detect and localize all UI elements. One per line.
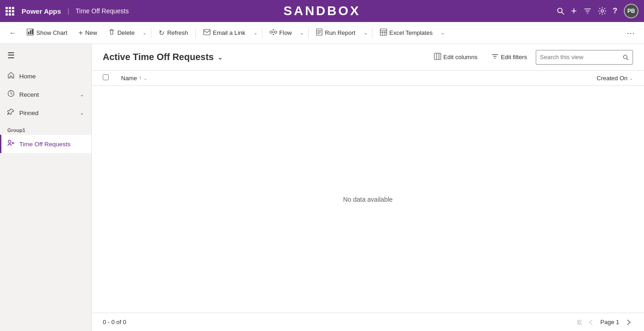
waffle-menu-icon[interactable] xyxy=(6,7,14,16)
avatar[interactable]: PB xyxy=(624,4,638,18)
delete-icon xyxy=(108,28,115,37)
view-header: Active Time Off Requests ⌄ Edit columns xyxy=(92,44,644,71)
sidebar-pinned-label: Pinned xyxy=(19,110,39,116)
home-icon xyxy=(7,72,15,81)
active-title-text: Active Time Off Requests xyxy=(103,52,214,62)
svg-rect-4 xyxy=(28,32,29,34)
view-title-chevron-icon[interactable]: ⌄ xyxy=(217,54,223,61)
flow-button[interactable]: Flow xyxy=(265,26,296,40)
separator-3 xyxy=(262,28,262,39)
sidebar-item-pinned[interactable]: Pinned ⌄ xyxy=(0,104,91,122)
top-navigation-bar: Power Apps | Time Off Requests SANDBOX +… xyxy=(0,0,644,22)
edit-filters-icon xyxy=(491,53,499,61)
new-button[interactable]: + New xyxy=(74,26,102,40)
svg-rect-5 xyxy=(30,30,31,34)
svg-rect-6 xyxy=(32,29,33,34)
sidebar-item-recent[interactable]: Recent ⌄ xyxy=(0,85,91,104)
email-chevron[interactable]: ⌄ xyxy=(252,28,259,38)
app-name-label: Power Apps xyxy=(22,7,61,15)
search-input[interactable] xyxy=(536,54,619,61)
excel-templates-button[interactable]: Excel Templates xyxy=(375,26,437,40)
sidebar-hamburger[interactable]: ☰ xyxy=(0,44,91,67)
search-button[interactable] xyxy=(619,50,633,64)
email-link-label: Email a Link xyxy=(213,29,245,36)
run-report-label: Run Report xyxy=(325,29,355,36)
more-options-button[interactable]: ⋯ xyxy=(623,26,638,40)
help-icon[interactable]: ? xyxy=(613,6,617,16)
table-body: No data available xyxy=(92,86,644,313)
sidebar-item-home[interactable]: Home xyxy=(0,67,91,85)
svg-point-9 xyxy=(274,31,277,33)
content-footer: 0 - 0 of 0 Page 1 xyxy=(92,313,644,331)
show-chart-button[interactable]: Show Chart xyxy=(22,26,72,40)
add-icon[interactable]: + xyxy=(571,5,577,17)
sidebar-home-label: Home xyxy=(19,73,36,80)
command-bar: ← Show Chart + New Delete ⌄ ↻ Refresh xyxy=(0,22,644,44)
recent-icon xyxy=(7,90,15,99)
email-icon xyxy=(203,29,211,37)
svg-rect-14 xyxy=(380,29,387,35)
email-link-button[interactable]: Email a Link xyxy=(199,26,250,39)
sort-chevron-icon: ⌄ xyxy=(144,76,147,81)
column-created-label: Created On xyxy=(597,75,627,82)
sidebar-recent-label: Recent xyxy=(19,91,39,98)
first-page-button[interactable] xyxy=(575,318,585,326)
column-header-created[interactable]: Created On ⌄ xyxy=(597,75,633,82)
flow-chevron[interactable]: ⌄ xyxy=(298,28,305,38)
pin-icon xyxy=(7,108,15,117)
sidebar-item-time-off-requests[interactable]: Time Off Requests xyxy=(0,135,91,153)
table-header: Name ↑ ⌄ Created On ⌄ xyxy=(92,71,644,86)
time-off-icon xyxy=(7,139,15,149)
svg-point-20 xyxy=(8,140,11,143)
back-button[interactable]: ← xyxy=(6,26,20,40)
column-header-name[interactable]: Name ↑ ⌄ xyxy=(121,75,305,82)
search-box xyxy=(536,50,633,65)
select-all-checkbox[interactable] xyxy=(103,74,109,80)
pinned-chevron-icon: ⌄ xyxy=(80,110,84,116)
sandbox-label: SANDBOX xyxy=(283,4,361,18)
svg-line-25 xyxy=(627,58,628,60)
top-bar-left: Power Apps | Time Off Requests xyxy=(6,7,129,16)
table-area: Name ↑ ⌄ Created On ⌄ No data available xyxy=(92,71,644,313)
top-bar-right: + ? PB xyxy=(556,4,638,18)
edit-columns-icon xyxy=(434,53,441,61)
separator-2 xyxy=(195,28,196,39)
content-area: Active Time Off Requests ⌄ Edit columns xyxy=(92,44,644,331)
delete-button[interactable]: Delete xyxy=(104,26,139,40)
header-checkbox-area xyxy=(103,74,117,82)
page-name-label: Time Off Requests xyxy=(76,7,129,15)
search-icon[interactable] xyxy=(556,7,565,15)
settings-icon[interactable] xyxy=(598,7,606,15)
sidebar-time-off-label: Time Off Requests xyxy=(19,141,71,148)
refresh-icon: ↻ xyxy=(159,29,165,37)
svg-rect-21 xyxy=(434,53,441,60)
back-arrow-icon: ← xyxy=(9,29,17,37)
edit-filters-label: Edit filters xyxy=(501,54,527,61)
delete-chevron[interactable]: ⌄ xyxy=(141,28,148,38)
report-chevron[interactable]: ⌄ xyxy=(362,28,369,38)
excel-templates-label: Excel Templates xyxy=(389,29,433,36)
next-page-button[interactable] xyxy=(625,318,633,326)
view-header-actions: Edit columns Edit filters xyxy=(429,50,633,65)
svg-point-8 xyxy=(270,31,272,33)
no-data-message: No data available xyxy=(343,196,393,203)
pagination: Page 1 xyxy=(575,318,633,326)
separator-5 xyxy=(372,28,372,39)
new-label: New xyxy=(85,29,97,36)
excel-chevron[interactable]: ⌄ xyxy=(439,28,446,38)
main-layout: ☰ Home Recent ⌄ xyxy=(0,44,644,331)
run-report-button[interactable]: Run Report xyxy=(311,26,360,40)
refresh-label: Refresh xyxy=(167,29,188,36)
top-bar-divider: | xyxy=(67,7,69,15)
filter-icon[interactable] xyxy=(583,7,592,15)
edit-filters-button[interactable]: Edit filters xyxy=(486,50,532,65)
created-sort-chevron-icon: ⌄ xyxy=(629,76,633,81)
chart-icon xyxy=(27,28,34,37)
flow-label: Flow xyxy=(279,29,292,36)
svg-rect-7 xyxy=(204,29,210,35)
group-label: Group1 xyxy=(0,122,91,135)
refresh-button[interactable]: ↻ Refresh xyxy=(154,26,193,40)
flow-icon xyxy=(270,28,277,37)
prev-page-button[interactable] xyxy=(587,318,595,326)
edit-columns-button[interactable]: Edit columns xyxy=(429,50,483,65)
